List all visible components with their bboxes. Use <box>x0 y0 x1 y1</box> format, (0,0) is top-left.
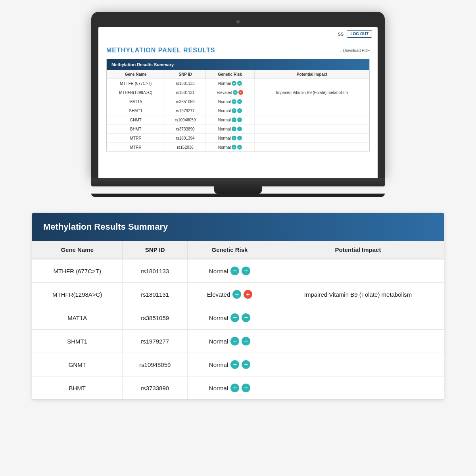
teal-risk-icon: − <box>237 145 242 150</box>
risk-label: Normal <box>218 136 231 140</box>
cell-impact <box>254 79 369 88</box>
table-row: MAT1A rs3851059 Normal −− <box>107 97 369 106</box>
cell-gene: SHMT1 <box>107 106 165 115</box>
risk-icons: Elevated −+ <box>217 90 243 95</box>
big-cell-snp: rs1801131 <box>123 283 188 306</box>
big-risk-cell: Normal −− <box>195 313 265 322</box>
cell-snp: rs1801394 <box>165 134 205 143</box>
cell-impact <box>254 143 369 152</box>
big-table-section: Methylation Results Summary Gene Name SN… <box>32 213 444 400</box>
teal-risk-icon: − <box>232 81 236 86</box>
cell-impact <box>254 115 369 125</box>
red-risk-icon: + <box>244 290 252 299</box>
big-risk-cell: Normal −− <box>195 384 265 392</box>
download-pdf-button[interactable]: ↓ Download PDF <box>340 48 370 53</box>
big-cell-impact <box>272 259 444 283</box>
big-risk-label: Normal <box>209 338 228 345</box>
laptop-foot <box>91 194 385 197</box>
big-cell-impact: Impaired Vitamin B9 (Folate) metabolism <box>272 283 444 306</box>
risk-icons: Normal −− <box>218 108 242 113</box>
risk-icons: Normal −− <box>218 117 242 122</box>
big-risk-cell: Normal −− <box>195 360 265 369</box>
big-risk-cell: Normal −− <box>195 337 265 345</box>
teal-risk-icon: − <box>237 136 242 140</box>
col-gene-name: Gene Name <box>107 70 165 79</box>
big-risk-cell: Elevated −+ <box>195 290 265 299</box>
teal-risk-icon: − <box>232 108 236 113</box>
teal-risk-icon: − <box>230 267 239 275</box>
big-col-genetic-risk: Genetic Risk <box>188 241 272 259</box>
big-cell-gene: MTHFR(1298A>C) <box>32 283 123 306</box>
teal-risk-icon: − <box>230 337 239 345</box>
big-risk-label: Elevated <box>207 291 230 298</box>
big-risk-label: Normal <box>209 315 228 321</box>
teal-risk-icon: − <box>233 90 238 95</box>
table-row: SHMT1 rs1979277 Normal −− <box>107 106 369 115</box>
risk-label: Normal <box>218 81 231 86</box>
big-table-row: GNMT rs10948059 Normal −− <box>32 353 444 376</box>
risk-icons: Normal −− <box>218 127 242 131</box>
big-cell-gene: SHMT1 <box>32 330 123 353</box>
teal-risk-icon: − <box>242 313 250 322</box>
cell-gene: GNMT <box>107 115 165 125</box>
cell-risk: Normal −− <box>205 79 254 88</box>
cell-risk: Normal −− <box>205 97 254 106</box>
big-table-title: Methylation Results Summary <box>32 213 444 241</box>
cell-impact <box>254 134 369 143</box>
big-col-gene-name: Gene Name <box>32 241 123 259</box>
cell-impact <box>254 97 369 106</box>
big-table-row: BHMT rs3733890 Normal −− <box>32 376 444 400</box>
risk-label: Normal <box>218 100 231 104</box>
teal-risk-icon: − <box>232 145 236 150</box>
cell-snp: rs1801133 <box>165 79 205 88</box>
user-initials: SS <box>338 32 344 36</box>
teal-risk-icon: − <box>232 99 236 104</box>
cell-risk: Normal −− <box>205 134 254 143</box>
cell-gene: MTHFR(1298A>C) <box>107 88 165 97</box>
teal-risk-icon: − <box>230 360 239 369</box>
screen-page-header: METHYLATION PANEL RESULTS ↓ Download PDF <box>106 47 370 54</box>
cell-snp: rs162036 <box>165 143 205 152</box>
big-col-snp-id: SNP ID <box>123 241 188 259</box>
big-cell-snp: rs3851059 <box>123 306 188 330</box>
big-cell-snp: rs1801133 <box>123 259 188 283</box>
col-potential-impact: Potential Impact <box>254 70 369 79</box>
cell-impact <box>254 106 369 115</box>
risk-label: Normal <box>218 145 231 150</box>
table-row: GNMT rs10948059 Normal −− <box>107 115 369 125</box>
logout-button[interactable]: LOG OUT <box>347 30 372 38</box>
laptop-screen: SS LOG OUT METHYLATION PANEL RESULTS ↓ D… <box>98 27 378 178</box>
screen-page-title: METHYLATION PANEL RESULTS <box>106 47 215 54</box>
red-risk-icon: + <box>238 90 243 95</box>
teal-risk-icon: − <box>230 384 239 392</box>
big-cell-impact <box>272 330 444 353</box>
teal-risk-icon: − <box>232 127 236 131</box>
screen-header: SS LOG OUT <box>98 27 378 41</box>
risk-label: Normal <box>218 118 231 122</box>
cell-snp: rs1979277 <box>165 106 205 115</box>
big-cell-risk: Elevated −+ <box>188 283 272 306</box>
cell-risk: Normal −− <box>205 125 254 134</box>
risk-icons: Normal −− <box>218 136 242 140</box>
cell-risk: Normal −− <box>205 106 254 115</box>
camera-bar <box>98 19 378 25</box>
laptop-wrapper: SS LOG OUT METHYLATION PANEL RESULTS ↓ D… <box>91 12 385 197</box>
big-risk-label: Normal <box>209 361 228 368</box>
teal-risk-icon: − <box>242 360 250 369</box>
table-row: MTHFR(1298A>C) rs1801131 Elevated −+ Imp… <box>107 88 369 97</box>
risk-label: Normal <box>218 109 231 113</box>
big-col-potential-impact: Potential Impact <box>272 241 444 259</box>
teal-risk-icon: − <box>237 117 242 122</box>
cell-gene: MAT1A <box>107 97 165 106</box>
laptop-stand <box>214 186 262 194</box>
teal-risk-icon: − <box>242 267 250 275</box>
table-row: MTHFR (677C>T) rs1801133 Normal −− <box>107 79 369 88</box>
risk-icons: Normal −− <box>218 99 242 104</box>
screen-body: METHYLATION PANEL RESULTS ↓ Download PDF… <box>98 41 378 157</box>
risk-label: Normal <box>218 127 231 131</box>
table-row: MTRR rs1801394 Normal −− <box>107 134 369 143</box>
big-cell-risk: Normal −− <box>188 353 272 376</box>
small-table-container: Methylation Results Summary Gene Name SN… <box>106 59 370 152</box>
laptop-body: SS LOG OUT METHYLATION PANEL RESULTS ↓ D… <box>91 12 385 178</box>
big-cell-risk: Normal −− <box>188 306 272 330</box>
